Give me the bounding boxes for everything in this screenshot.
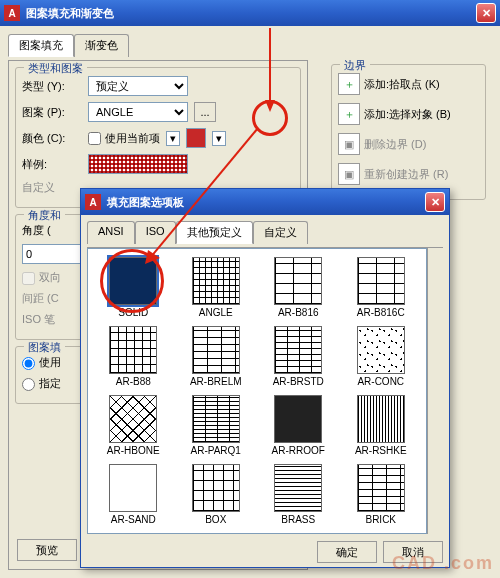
ok-button[interactable]: 确定 (317, 541, 377, 563)
use-current-label: 使用当前项 (105, 132, 160, 144)
tab-hatch[interactable]: 图案填充 (8, 34, 74, 57)
pattern-swatch (274, 326, 322, 374)
close-icon: ✕ (482, 7, 491, 20)
pattern-name: BRASS (281, 514, 315, 525)
tab-iso[interactable]: ISO (135, 221, 176, 244)
pattern-name: AR-BRSTD (273, 376, 324, 387)
opt-use-radio[interactable] (22, 357, 35, 370)
pattern-name: AR-RSHKE (355, 445, 407, 456)
opt-use-label: 使用 (39, 356, 61, 368)
close-icon: ✕ (431, 196, 440, 209)
pattern-browse-button[interactable]: ... (194, 102, 216, 122)
pattern-cell-ar-brstd[interactable]: AR-BRSTD (259, 324, 338, 389)
select-obj-icon[interactable]: ＋ (338, 103, 360, 125)
pattern-cell-ar-sand[interactable]: AR-SAND (94, 462, 173, 527)
color-swatch[interactable] (186, 128, 206, 148)
child-tabs: ANSI ISO 其他预定义 自定义 (87, 221, 443, 244)
child-body: ANSI ISO 其他预定义 自定义 SOLIDANGLEAR-B816AR-B… (81, 215, 449, 567)
tab-custom[interactable]: 自定义 (253, 221, 308, 244)
angle-group-title: 角度和 (24, 208, 65, 223)
pattern-cell-ar-conc[interactable]: AR-CONC (342, 324, 421, 389)
close-button[interactable]: ✕ (476, 3, 496, 23)
main-title: 图案填充和渐变色 (26, 6, 114, 21)
pattern-cell-brass[interactable]: BRASS (259, 462, 338, 527)
pattern-cell-ar-rshke[interactable]: AR-RSHKE (342, 393, 421, 458)
remove-boundary-icon: ▣ (338, 133, 360, 155)
double-label: 双向 (39, 271, 61, 283)
pattern-name: AR-RROOF (272, 445, 325, 456)
fill-group-title: 图案填 (24, 340, 65, 355)
child-close-button[interactable]: ✕ (425, 192, 445, 212)
recreate-label: 重新创建边界 (R) (364, 167, 448, 182)
custom-label: 自定义 (22, 180, 82, 195)
use-current-checkbox[interactable] (88, 132, 101, 145)
dropdown-icon[interactable]: ▾ (166, 131, 180, 146)
pick-point-icon[interactable]: ＋ (338, 73, 360, 95)
pattern-swatch (192, 257, 240, 305)
pattern-name: BRICK (365, 514, 396, 525)
pattern-name: AR-BRELM (190, 376, 242, 387)
pattern-swatch (274, 257, 322, 305)
add-select-label[interactable]: 添加:选择对象 (B) (364, 107, 451, 122)
color-cb-wrap[interactable]: 使用当前项 (88, 131, 160, 146)
pattern-grid[interactable]: SOLIDANGLEAR-B816AR-B816CAR-B88AR-BRELMA… (87, 248, 427, 534)
type-label: 类型 (Y): (22, 79, 82, 94)
preview-button[interactable]: 预览 (17, 539, 77, 561)
pattern-swatch (274, 395, 322, 443)
add-pick-label[interactable]: 添加:拾取点 (K) (364, 77, 440, 92)
pattern-name: SOLID (118, 307, 148, 318)
iso-label: ISO 笔 (22, 312, 82, 327)
pattern-swatch (357, 464, 405, 512)
pattern-cell-ar-b88[interactable]: AR-B88 (94, 324, 173, 389)
pattern-cell-ar-hbone[interactable]: AR-HBONE (94, 393, 173, 458)
pattern-cell-brick[interactable]: BRICK (342, 462, 421, 527)
app-icon: A (85, 194, 101, 210)
recreate-boundary-icon: ▣ (338, 163, 360, 185)
pattern-select[interactable]: ANGLE (88, 102, 188, 122)
pattern-cell-ar-parq1[interactable]: AR-PARQ1 (177, 393, 256, 458)
main-titlebar: A 图案填充和渐变色 ✕ (0, 0, 500, 26)
pattern-swatch (109, 257, 157, 305)
opt-spec-radio[interactable] (22, 378, 35, 391)
tab-ansi[interactable]: ANSI (87, 221, 135, 244)
opt-spec-wrap[interactable]: 指定 (22, 376, 61, 391)
tab-other[interactable]: 其他预定义 (176, 221, 253, 244)
pattern-cell-box[interactable]: BOX (177, 462, 256, 527)
pattern-name: AR-PARQ1 (191, 445, 241, 456)
app-icon: A (4, 5, 20, 21)
pattern-name: AR-SAND (111, 514, 156, 525)
type-group: 类型和图案 类型 (Y): 预定义 图案 (P): ANGLE ... 颜色 (… (15, 67, 301, 208)
pattern-swatch (357, 395, 405, 443)
pattern-cell-ar-b816[interactable]: AR-B816 (259, 255, 338, 320)
pattern-swatch (109, 464, 157, 512)
pattern-cell-ar-brelm[interactable]: AR-BRELM (177, 324, 256, 389)
pattern-name: BOX (205, 514, 226, 525)
remove-label: 删除边界 (D) (364, 137, 426, 152)
double-checkbox (22, 272, 35, 285)
pattern-swatch (192, 464, 240, 512)
dropdown-icon[interactable]: ▾ (212, 131, 226, 146)
tab-gradient[interactable]: 渐变色 (74, 34, 129, 57)
pattern-swatch (192, 326, 240, 374)
pattern-name: AR-B816 (278, 307, 319, 318)
pattern-cell-ar-b816c[interactable]: AR-B816C (342, 255, 421, 320)
sample-swatch[interactable] (88, 154, 188, 174)
pattern-name: ANGLE (199, 307, 233, 318)
pattern-name: AR-B88 (116, 376, 151, 387)
sample-label: 样例: (22, 157, 82, 172)
color-label: 颜色 (C): (22, 131, 82, 146)
main-tabs: 图案填充 渐变色 (8, 34, 492, 57)
opt-use-wrap[interactable]: 使用 (22, 355, 61, 370)
pattern-cell-angle[interactable]: ANGLE (177, 255, 256, 320)
pattern-swatch (192, 395, 240, 443)
vertical-scrollbar[interactable] (427, 248, 443, 534)
type-select[interactable]: 预定义 (88, 76, 188, 96)
pattern-cell-solid[interactable]: SOLID (94, 255, 173, 320)
watermark: CAD .com (392, 553, 494, 574)
pattern-swatch (357, 326, 405, 374)
child-title: 填充图案选项板 (107, 195, 184, 210)
angle-input[interactable] (22, 244, 82, 264)
pattern-cell-ar-rroof[interactable]: AR-RROOF (259, 393, 338, 458)
pattern-swatch (274, 464, 322, 512)
double-wrap[interactable]: 双向 (22, 270, 61, 285)
